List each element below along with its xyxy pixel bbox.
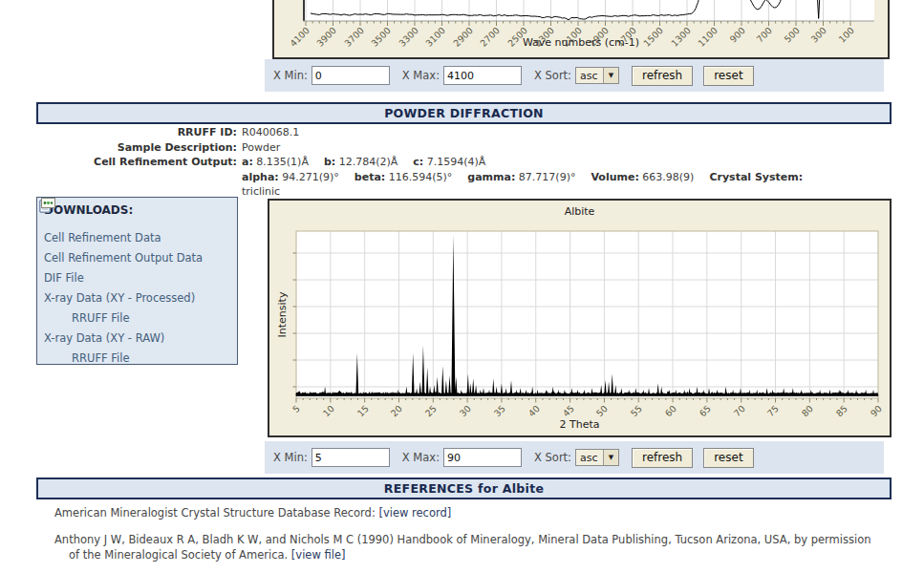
cell-parameter: a: 8.135(1)Å — [242, 156, 309, 168]
download-link[interactable]: X-ray Data (XY - Processed) — [44, 289, 195, 308]
rruff-id-label: RRUFF ID: — [36, 125, 237, 140]
x-sort-label: X Sort: — [534, 69, 571, 82]
x-tick-label: 45 — [560, 403, 575, 418]
cell-parameter: beta: 116.594(5)° — [355, 171, 453, 183]
dots-icon — [41, 198, 55, 208]
reference-item-continued: of the Mineralogical Society of America.… — [69, 548, 345, 563]
x-tick-label: 75 — [765, 403, 781, 418]
ir-x-axis-label: Wave numbers (cm-1) — [274, 36, 888, 49]
x-max-input[interactable] — [443, 448, 522, 467]
download-link[interactable]: DIF File — [44, 269, 84, 287]
cell-parameters-angles: alpha: 94.271(9)°beta: 116.594(5)°gamma:… — [242, 170, 818, 185]
sample-info: RRUFF ID: R040068.1 Sample Description: … — [36, 125, 892, 200]
rruff-sample-page: 4100390037003500330031002900270025002300… — [0, 0, 924, 573]
downloads-box: DOWNLOADS: Cell Refinement DataCell Refi… — [36, 197, 238, 365]
x-tick-label: 20 — [389, 403, 404, 418]
reference-link[interactable]: [view record] — [378, 506, 451, 520]
reference-item: American Mineralogist Crystal Structure … — [54, 506, 451, 521]
x-tick-label: 55 — [629, 403, 644, 418]
cell-refinement-row: Cell Refinement Output: a: 8.135(1)Åb: 1… — [36, 155, 892, 170]
downloads-title: DOWNLOADS: — [44, 203, 231, 217]
x-sort-select[interactable]: asc ▼ — [575, 449, 619, 466]
x-max-input[interactable] — [443, 66, 522, 85]
cell-parameter: c: 7.1594(4)Å — [413, 156, 485, 168]
x-tick-label: 25 — [423, 403, 439, 418]
download-link[interactable]: Cell Refinement Output Data — [44, 249, 203, 267]
x-sort-select[interactable]: asc ▼ — [575, 67, 619, 84]
download-item: X-ray Data (XY - Processed) — [44, 289, 231, 308]
reference-item: Anthony J W, Bideaux R A, Bladh K W, and… — [54, 533, 871, 548]
x-tick-label: 50 — [594, 403, 610, 418]
x-tick-label: 70 — [731, 403, 746, 418]
download-link[interactable]: Cell Refinement Data — [44, 229, 161, 247]
sample-description-row: Sample Description: Powder — [36, 140, 892, 156]
rruff-id-value: R040068.1 — [242, 125, 299, 140]
x-tick-label: 15 — [355, 403, 370, 418]
x-min-label: X Min: — [273, 69, 308, 82]
refresh-button[interactable]: refresh — [632, 448, 693, 468]
x-max-label: X Max: — [402, 69, 440, 82]
x-tick-label: 10 — [320, 403, 335, 418]
rruff-id-row: RRUFF ID: R040068.1 — [36, 125, 892, 140]
download-item: Cell Refinement Data — [44, 229, 231, 247]
ir-chart-controls: X Min: X Max: X Sort: asc ▼ refresh rese… — [265, 59, 884, 92]
xrd-x-axis-ticks: 51015202530354045505560657075808590 — [269, 201, 890, 435]
x-min-label: X Min: — [273, 451, 308, 464]
diffraction-chart: Albite Intensity 51015202530354045505560… — [268, 199, 892, 437]
cell-parameter: Crystal System: — [709, 171, 803, 183]
download-item: Cell Refinement Output Data — [44, 249, 231, 267]
sample-description-label: Sample Description: — [36, 140, 237, 156]
x-tick-label: 35 — [491, 403, 506, 418]
x-tick-label: 60 — [663, 403, 678, 418]
reference-link[interactable]: [view file] — [291, 548, 346, 562]
powder-diffraction-header: POWDER DIFFRACTION — [36, 102, 892, 124]
download-link[interactable]: X-ray Data (XY - RAW) — [44, 329, 164, 348]
x-tick-label: 40 — [526, 403, 541, 418]
cell-parameter: b: 12.784(2)Å — [324, 156, 398, 168]
chevron-down-icon: ▼ — [603, 68, 618, 83]
x-tick-label: 65 — [697, 403, 712, 418]
x-tick-label: 90 — [868, 403, 883, 418]
cell-parameter: gamma: 87.717(9)° — [467, 171, 575, 183]
infrared-spectrum-chart: 4100390037003500330031002900270025002300… — [272, 0, 890, 59]
xrd-chart-controls: X Min: X Max: X Sort: asc ▼ refresh rese… — [265, 441, 884, 474]
x-tick-label: 85 — [834, 403, 849, 418]
reset-button[interactable]: reset — [703, 66, 753, 86]
x-tick-label: 30 — [458, 403, 473, 418]
cell-parameter: alpha: 94.271(9)° — [242, 171, 339, 183]
x-sort-selected-value: asc — [580, 70, 598, 82]
references-header: REFERENCES for Albite — [36, 478, 892, 499]
download-link-continued[interactable]: RRUFF File — [72, 309, 231, 328]
reset-button[interactable]: reset — [703, 448, 753, 468]
chevron-down-icon: ▼ — [603, 450, 618, 465]
x-tick-label: 5 — [290, 403, 302, 414]
x-max-label: X Max: — [402, 451, 440, 464]
x-tick-label: 80 — [800, 403, 815, 418]
downloads-list: Cell Refinement DataCell Refinement Outp… — [44, 229, 231, 368]
download-item: X-ray Data (XY - RAW) — [44, 329, 231, 348]
x-axis-label: 2 Theta — [269, 418, 890, 431]
cell-parameters-abc: a: 8.135(1)Åb: 12.784(2)Åc: 7.1594(4)Å — [242, 155, 501, 170]
refresh-button[interactable]: refresh — [632, 66, 693, 86]
x-sort-label: X Sort: — [534, 451, 571, 464]
ir-x-axis-ticks: 4100390037003500330031002900270025002300… — [274, 0, 888, 57]
sample-description-value: Powder — [242, 140, 280, 156]
cell-refinement-label: Cell Refinement Output: — [36, 155, 237, 170]
crystal-system-value: triclinic — [242, 184, 280, 200]
x-min-input[interactable] — [312, 66, 390, 85]
download-item: DIF File — [44, 269, 231, 287]
download-link-continued[interactable]: RRUFF File — [72, 350, 231, 368]
x-sort-selected-value: asc — [580, 452, 598, 464]
x-min-input[interactable] — [312, 448, 390, 467]
cell-parameter: Volume: 663.98(9) — [591, 171, 694, 183]
